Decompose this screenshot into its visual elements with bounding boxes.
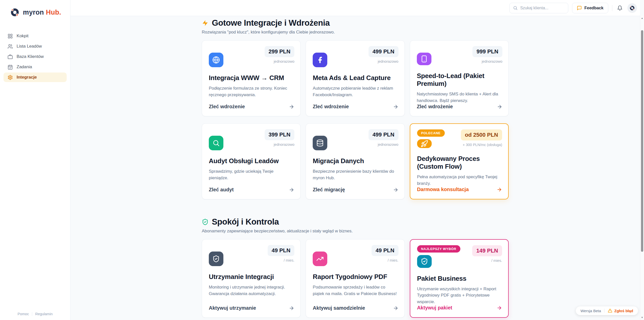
section-subtitle: Abonamenty zapewniające bezpieczeństwo, … [202, 228, 509, 234]
sidebar-footer: Pomoc Regulamin [0, 312, 70, 316]
card-grid: 49 PLN/ mies.Utrzymanie IntegracjiMonito… [202, 239, 509, 318]
card-cta[interactable]: Zleć wdrożenie [209, 104, 294, 110]
offer-card[interactable]: 49 PLN/ mies.Raport Tygodniowy PDFPodsum… [306, 239, 405, 318]
offer-card[interactable]: 999 PLNjednorazowoSpeed-to-Lead (Pakiet … [410, 40, 509, 116]
card-cta[interactable]: Darmowa konsultacja [417, 187, 502, 192]
trending-up-icon [316, 255, 324, 263]
search-input[interactable] [520, 6, 565, 10]
feedback-button[interactable]: Feedback [572, 3, 608, 13]
card-description: Podsumowanie sprzedaży i leadów co piąte… [313, 284, 398, 297]
sidebar-nav: KokpitLista LeadówBaza KlientówZadaniaIn… [0, 31, 70, 82]
card-price: 149 PLN [472, 245, 502, 256]
card-description: Natychmiastowy SMS do klienta + Alert dl… [417, 91, 502, 104]
arrow-right-icon [497, 104, 502, 110]
version-label: Wersja Beta [581, 309, 601, 313]
card-price: 49 PLN [268, 245, 295, 256]
offer-card[interactable]: 49 PLN/ mies.Utrzymanie IntegracjiMonito… [202, 239, 301, 318]
report-bug-button[interactable]: Zgłoś błąd [608, 308, 633, 313]
terms-link[interactable]: Regulamin [35, 312, 53, 316]
offer-card[interactable]: 399 PLNjednorazowoAudyt Obsługi LeadówSp… [202, 123, 301, 199]
sidebar-item-zadania[interactable]: Zadania [4, 62, 67, 72]
sidebar-item-baza-klient-w[interactable]: Baza Klientów [4, 52, 67, 61]
shield-check-icon [212, 255, 220, 263]
brand-logo-icon [10, 8, 20, 17]
card-price-block: 299 PLNjednorazowo [265, 46, 295, 63]
divider [32, 312, 32, 316]
card-cta-label: Zleć audyt [209, 187, 234, 193]
card-price-block: 49 PLN/ mies. [372, 245, 398, 262]
search-icon [212, 139, 220, 147]
card-price-period: jednorazowo [274, 59, 294, 63]
card-cta[interactable]: Aktywuj pakiet [417, 305, 502, 311]
notifications-button[interactable] [616, 4, 624, 12]
card-title: Meta Ads & Lead Capture [313, 74, 390, 82]
section-1: Spokój i KontrolaAbonamenty zapewniające… [202, 217, 509, 318]
sidebar-item-kokpit[interactable]: Kokpit [4, 31, 67, 41]
card-description: Monitoring i utrzymanie jednej integracj… [209, 284, 294, 297]
card-description: Bezpieczne przeniesienie bazy klientów d… [313, 168, 398, 181]
briefcase-icon [8, 54, 13, 59]
database-icon [316, 139, 324, 147]
card-cta-label: Darmowa konsultacja [417, 187, 469, 192]
divider [612, 5, 612, 11]
card-cta[interactable]: Zleć audyt [209, 187, 294, 193]
card-description: Sprawdzimy, gdzie uciekają Twoje pieniąd… [209, 168, 294, 181]
main-content: Gotowe Integracje i WdrożeniaRozwiązania… [70, 16, 640, 320]
card-description: Pełna automatyzacja pod specyfikę Twojej… [417, 174, 502, 187]
card-price-block: 999 PLNjednorazowo [472, 46, 502, 63]
card-price-period: / mies. [491, 259, 502, 263]
arrow-right-icon [289, 305, 294, 311]
card-price-period: jednorazowo [378, 59, 398, 63]
card-price-block: od 2500 PLN+ 300 PLN/mc (obsługa) [461, 129, 502, 147]
card-cta-label: Aktywuj pakiet [417, 305, 452, 311]
scrollbar[interactable]: ▲ ▼ [640, 16, 644, 320]
card-price-period: / mies. [284, 258, 295, 262]
card-badge: POLECANE [417, 129, 445, 137]
users-icon [8, 44, 13, 49]
scroll-down-arrow-icon[interactable]: ▼ [640, 316, 644, 319]
sidebar-item-lista-lead-w[interactable]: Lista Leadów [4, 42, 67, 51]
user-avatar[interactable] [627, 3, 637, 13]
globe-icon [212, 56, 220, 64]
offer-card[interactable]: 499 PLNjednorazowoMigracja DanychBezpiec… [306, 123, 405, 199]
shield-check-icon [202, 219, 209, 225]
sidebar-item-label: Baza Klientów [17, 54, 44, 59]
rocket-icon [421, 140, 428, 148]
card-price-block: 399 PLNjednorazowo [265, 129, 295, 147]
card-cta[interactable]: Aktywuj utrzymanie [209, 305, 294, 311]
avatar-logo-icon [629, 5, 635, 11]
card-price-period: + 300 PLN/mc (obsługa) [463, 143, 502, 147]
card-title: Dedykowany Proces (Custom Flow) [417, 155, 502, 170]
section-title: Gotowe Integracje i Wdrożenia [212, 18, 330, 28]
card-cta-label: Zleć wdrożenie [209, 104, 245, 110]
card-price: 299 PLN [265, 46, 295, 57]
scroll-up-arrow-icon[interactable]: ▲ [640, 16, 644, 20]
card-price: 999 PLN [472, 46, 502, 57]
offer-card[interactable]: POLECANEod 2500 PLN+ 300 PLN/mc (obsługa… [410, 123, 509, 199]
offer-card[interactable]: NAJLEPSZY WYBÓR149 PLN/ mies.Pakiet Busi… [410, 239, 509, 318]
card-description: Automatyczne pobieranie leadów z reklam … [313, 85, 398, 98]
help-link[interactable]: Pomoc [18, 312, 29, 316]
card-cta[interactable]: Zleć migrację [313, 187, 398, 193]
card-title: Utrzymanie Integracji [209, 273, 274, 281]
card-cta-label: Zleć migrację [313, 187, 345, 193]
offer-card[interactable]: 499 PLNjednorazowoMeta Ads & Lead Captur… [306, 40, 405, 116]
search-icon [513, 6, 518, 10]
offer-card[interactable]: 299 PLNjednorazowoIntegracja WWW → CRMPo… [202, 40, 301, 116]
shield-check-icon [421, 258, 428, 265]
card-cta[interactable]: Aktywuj samodzielnie [313, 305, 398, 311]
sidebar-item-label: Kokpit [17, 33, 28, 39]
bell-icon [617, 5, 623, 11]
card-badge: NAJLEPSZY WYBÓR [417, 245, 460, 253]
card-price-block: 49 PLN/ mies. [268, 245, 295, 262]
app-logo[interactable]: myron Hub. [0, 0, 70, 17]
chat-bubble-icon [577, 6, 582, 11]
card-price: 399 PLN [265, 129, 295, 140]
card-cta[interactable]: Zleć wdrożenie [417, 104, 502, 110]
client-search[interactable] [509, 3, 568, 13]
scrollbar-thumb[interactable] [641, 30, 643, 252]
sidebar-item-integracje[interactable]: Integracje [4, 73, 67, 82]
card-cta[interactable]: Zleć wdrożenie [313, 104, 398, 110]
arrow-right-icon [393, 187, 398, 193]
calendar-icon [8, 64, 13, 70]
